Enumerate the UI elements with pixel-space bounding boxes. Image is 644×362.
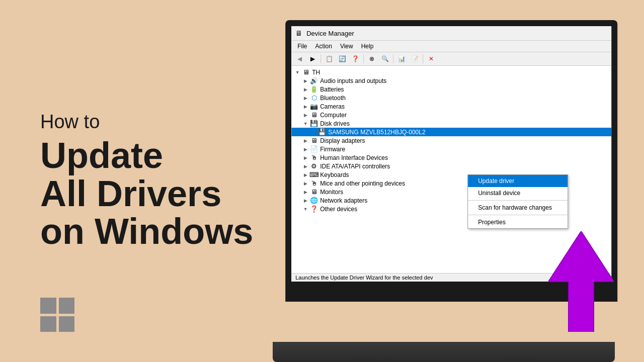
context-menu: Update driver Uninstall device Scan for … xyxy=(467,174,568,229)
tree-audio[interactable]: ▶ 🔊 Audio inputs and outputs xyxy=(291,76,611,85)
menu-view[interactable]: View xyxy=(336,42,357,51)
keyboards-label: Keyboards xyxy=(320,171,349,178)
mice-label: Mice and other pointing devices xyxy=(320,180,405,187)
other-icon: ❓ xyxy=(309,205,318,213)
laptop-base xyxy=(273,342,615,362)
monitors-icon: 🖥 xyxy=(309,188,318,196)
purple-arrow-annotation xyxy=(548,231,614,332)
arrow: ▶ xyxy=(301,78,309,83)
tree-firmware[interactable]: ▶ 📄 Firmware xyxy=(291,145,611,153)
toolbar-forward[interactable]: ▶ xyxy=(306,53,318,64)
toolbar-uninstall[interactable]: ⊗ xyxy=(366,53,378,64)
ctx-properties[interactable]: Properties xyxy=(468,216,568,228)
firmware-label: Firmware xyxy=(320,146,345,153)
ctx-separator-2 xyxy=(468,215,568,215)
cameras-icon: 📷 xyxy=(309,103,318,110)
arrow: ▶ xyxy=(301,96,309,101)
win-square-2 xyxy=(59,298,75,314)
win-square-3 xyxy=(40,316,56,332)
other-label: Other devices xyxy=(320,206,357,213)
arrow: ▶ xyxy=(301,104,309,109)
computer-label: Computer xyxy=(320,112,347,119)
toolbar-view2[interactable]: 📝 xyxy=(409,53,421,64)
audio-label: Audio inputs and outputs xyxy=(320,77,386,84)
menubar: File Action View Help xyxy=(291,41,611,52)
arrow: ▶ xyxy=(301,181,309,186)
title-line1: Update xyxy=(40,135,163,175)
toolbar-sep-1 xyxy=(320,54,321,63)
tree-display[interactable]: ▶ 🖥 Display adapters xyxy=(291,136,611,145)
toolbar-drivers[interactable]: 🔄 xyxy=(336,53,348,64)
menu-file[interactable]: File xyxy=(293,42,311,51)
cameras-label: Cameras xyxy=(320,103,345,110)
hid-icon: 🖱 xyxy=(309,154,318,161)
main-title: Update All Drivers on Windows xyxy=(40,137,282,251)
arrow: ▶ xyxy=(301,164,309,169)
menu-help[interactable]: Help xyxy=(357,42,378,51)
arrow: ▶ xyxy=(301,190,309,195)
windows-logo xyxy=(40,298,74,332)
arrow: ▶ xyxy=(301,155,309,160)
toolbar-properties[interactable]: 📋 xyxy=(323,53,335,64)
arrow: ▶ xyxy=(301,87,309,92)
window-title: Device Manager xyxy=(306,30,354,37)
menu-action[interactable]: Action xyxy=(311,42,336,51)
arrow: ▶ xyxy=(301,172,309,177)
win-square-1 xyxy=(40,298,56,314)
arrow: ▶ xyxy=(301,113,309,118)
tree-bluetooth[interactable]: ▶ ⬡ Bluetooth xyxy=(291,94,611,102)
disk-icon: 💾 xyxy=(309,120,318,127)
batteries-icon: 🔋 xyxy=(309,85,318,93)
arrow: ▶ xyxy=(301,147,309,152)
ctx-update-driver[interactable]: Update driver xyxy=(468,175,568,187)
bluetooth-label: Bluetooth xyxy=(320,95,346,102)
display-icon: 🖥 xyxy=(309,137,318,144)
window-icon: 🖥 xyxy=(295,29,302,37)
toolbar-help[interactable]: ❓ xyxy=(349,53,361,64)
keyboards-icon: ⌨ xyxy=(309,171,318,178)
mice-icon: 🖱 xyxy=(309,179,318,187)
hid-label: Human Interface Devices xyxy=(320,154,388,161)
arrow: ▼ xyxy=(301,207,309,212)
toolbar-close[interactable]: ✕ xyxy=(425,53,437,64)
audio-icon: 🔊 xyxy=(309,77,318,84)
ide-icon: ⚙ xyxy=(309,162,318,170)
right-panel: 🖥 Device Manager File Action View Help ◀… xyxy=(312,0,644,362)
samsung-disk-label: SAMSUNG MZVLB512HBJQ-000L2 xyxy=(328,129,425,136)
diskdrives-label: Disk drives xyxy=(320,120,350,127)
toolbar: ◀ ▶ 📋 🔄 ❓ ⊗ 🔍 📊 📝 ✕ xyxy=(291,52,611,66)
monitors-label: Monitors xyxy=(320,189,343,196)
title-line3: on Windows xyxy=(40,211,253,251)
ctx-uninstall-device[interactable]: Uninstall device xyxy=(468,187,568,199)
toolbar-sep-4 xyxy=(423,54,423,63)
tree-samsung-disk[interactable]: 💾 SAMSUNG MZVLB512HBJQ-000L2 xyxy=(291,128,611,136)
root-label: TH xyxy=(312,69,320,76)
tree-hid[interactable]: ▶ 🖱 Human Interface Devices xyxy=(291,153,611,162)
ctx-scan-hardware[interactable]: Scan for hardware changes xyxy=(468,202,568,214)
samsung-disk-icon: 💾 xyxy=(317,128,327,136)
ctx-separator xyxy=(468,200,568,201)
svg-marker-0 xyxy=(548,231,614,332)
bluetooth-icon: ⬡ xyxy=(309,94,318,102)
how-to-label: How to xyxy=(40,111,282,133)
toolbar-view1[interactable]: 📊 xyxy=(395,53,408,64)
arrow: ▶ xyxy=(301,138,309,143)
computer-icon: 🖥 xyxy=(309,111,318,119)
tree-computer[interactable]: ▶ 🖥 Computer xyxy=(291,111,611,119)
tree-ide[interactable]: ▶ ⚙ IDE ATA/ATAPI controllers xyxy=(291,162,611,170)
tree-diskdrives[interactable]: ▼ 💾 Disk drives xyxy=(291,119,611,128)
ide-label: IDE ATA/ATAPI controllers xyxy=(320,163,390,170)
root-icon: 🖥 xyxy=(301,68,310,76)
tree-root[interactable]: ▼ 🖥 TH xyxy=(291,68,611,76)
arrow: ▶ xyxy=(301,198,309,203)
toolbar-back[interactable]: ◀ xyxy=(293,53,305,64)
tree-cameras[interactable]: ▶ 📷 Cameras xyxy=(291,102,611,111)
tree-batteries[interactable]: ▶ 🔋 Batteries xyxy=(291,85,611,94)
win-square-4 xyxy=(59,316,75,332)
titlebar: 🖥 Device Manager xyxy=(291,26,611,41)
left-panel: How to Update All Drivers on Windows xyxy=(0,0,312,362)
toolbar-scan[interactable]: 🔍 xyxy=(379,53,391,64)
batteries-label: Batteries xyxy=(320,86,344,93)
network-label: Network adapters xyxy=(320,197,367,204)
toolbar-sep-3 xyxy=(393,54,393,63)
